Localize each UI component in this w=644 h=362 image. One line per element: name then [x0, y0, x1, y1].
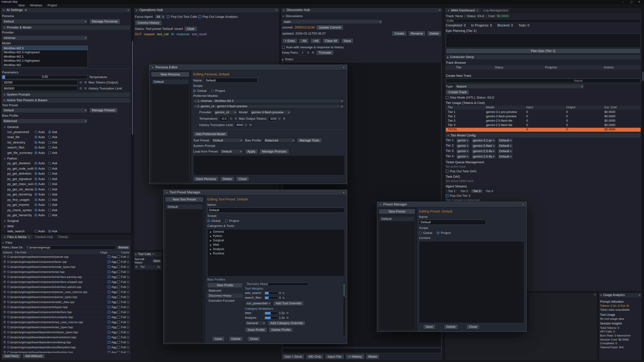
model-option[interactable]: MiniMax-M2.5 [2, 46, 88, 50]
provider-select[interactable]: gemini_cli [213, 110, 238, 115]
full-checkbox[interactable] [118, 321, 120, 324]
ask-radio[interactable] [48, 172, 51, 175]
history-limit-input[interactable]: 900000 [2, 86, 78, 91]
stream-tab[interactable]: Tier 3 [471, 189, 483, 193]
remove-file-button[interactable] [3, 285, 6, 289]
entry-button[interactable]: Clear All [322, 38, 340, 43]
ask-radio[interactable] [48, 136, 51, 139]
full-checkbox[interactable] [118, 316, 120, 319]
scope-project-radio[interactable] [225, 220, 228, 222]
remove-model-button[interactable] [340, 105, 344, 108]
ask-radio[interactable] [48, 198, 51, 201]
temperature-slider[interactable]: 0.00 [2, 75, 88, 79]
agg-checkbox[interactable] [108, 276, 110, 278]
pop-out-usage-checkbox[interactable] [198, 15, 201, 18]
persona-select[interactable]: Default [2, 19, 88, 24]
composer-button[interactable]: Reset [366, 354, 380, 359]
remove-file-button[interactable] [3, 295, 6, 299]
remove-file-button[interactable] [3, 270, 6, 274]
full-checkbox[interactable] [118, 255, 120, 258]
model-option[interactable]: MiniMax-M2.5-highspeed [2, 50, 88, 54]
full-checkbox[interactable] [118, 351, 120, 353]
delete-tool-preset-button[interactable]: Delete [228, 336, 243, 342]
browse-button[interactable]: Browse [116, 245, 130, 250]
truncate-button[interactable]: Truncate [316, 50, 334, 55]
full-checkbox[interactable] [118, 276, 120, 278]
tool-override-select[interactable]: run_powershell [245, 301, 272, 306]
category-tree-item[interactable]: Web [208, 243, 344, 247]
preferred-model-row[interactable]: 1. minimax - MiniMax-M2.5 [193, 99, 345, 103]
full-checkbox[interactable] [118, 296, 120, 298]
auto-radio[interactable] [34, 198, 37, 201]
drag-handle-icon[interactable] [194, 105, 196, 108]
auto-radio[interactable] [34, 188, 37, 191]
model-option[interactable]: MiniMax-M2.1 [2, 54, 88, 59]
close-icon[interactable] [438, 8, 441, 12]
full-checkbox[interactable] [118, 266, 120, 268]
add-tool-override-button[interactable]: Add Tool Override [273, 301, 304, 306]
agg-checkbox[interactable] [108, 260, 110, 263]
entry-button[interactable]: Save [341, 38, 354, 43]
tier-model-select[interactable]: gemini-2.5-flash-lite [471, 148, 496, 154]
tier-provider-select[interactable]: gemini [456, 138, 470, 143]
full-checkbox[interactable] [118, 336, 120, 339]
close-icon[interactable] [476, 8, 478, 12]
menu-item[interactable]: View [18, 4, 25, 8]
clear-status-button[interactable]: Clear [184, 26, 197, 31]
agg-checkbox[interactable] [108, 291, 110, 293]
tier-provider-select[interactable]: gemini [456, 148, 470, 154]
manage-personas-button[interactable]: Manage Personas [89, 19, 120, 24]
tool-preset-name-input[interactable]: Default [207, 208, 345, 213]
profile-list-item[interactable]: Execution-Focused [207, 299, 243, 303]
system-prompts-section[interactable]: System Prompts [2, 92, 130, 97]
profile-list-item[interactable]: Discovery-Heavy [207, 294, 243, 298]
profile-list-item[interactable]: Balanced [207, 289, 243, 293]
tab-context-hub[interactable]: Context Hub [33, 234, 55, 239]
full-checkbox[interactable] [118, 331, 120, 334]
ask-radio[interactable] [48, 141, 51, 144]
tier-provider-select[interactable]: gemini [456, 143, 470, 148]
preset-list-item[interactable]: Default [380, 217, 414, 221]
decrement-button[interactable]: - [79, 87, 82, 90]
agg-checkbox[interactable] [108, 301, 110, 303]
category-surgical[interactable]: Surgical [2, 219, 130, 223]
ask-radio[interactable] [48, 131, 51, 133]
tab-files-media[interactable]: Files & Media [1, 234, 32, 239]
ask-radio[interactable] [48, 214, 51, 217]
ask-radio[interactable] [48, 183, 51, 186]
ask-radio[interactable] [48, 151, 51, 154]
composer-button[interactable]: MD Only [306, 354, 324, 359]
ask-radio[interactable] [48, 204, 51, 206]
keep-pairs-input[interactable]: 2 [300, 50, 305, 55]
track-type-select[interactable]: feature [455, 84, 584, 89]
remove-file-button[interactable] [3, 255, 6, 258]
manage-prompts-button[interactable]: Manage Prompts [260, 149, 289, 154]
scope-project-radio[interactable] [437, 232, 440, 234]
multiplier-slider[interactable] [265, 312, 278, 315]
tool-preset-manager-titlebar[interactable]: Tool Preset Manager [164, 190, 347, 195]
save-tool-preset-button[interactable]: Save [212, 336, 224, 342]
full-checkbox[interactable] [118, 346, 120, 349]
agg-checkbox[interactable] [108, 266, 110, 268]
decrement-button[interactable]: - [278, 117, 281, 120]
auto-radio[interactable] [34, 151, 37, 154]
collapse-icon[interactable] [600, 293, 602, 297]
remove-file-button[interactable] [3, 321, 6, 324]
stream-tab[interactable]: Tier 1 [446, 189, 458, 193]
agg-checkbox[interactable] [108, 321, 110, 324]
tier-model-select[interactable]: gemini-3.1-pro-preview [471, 138, 496, 143]
pop-out-tool-calls-checkbox[interactable] [167, 15, 170, 18]
category-tree-item[interactable]: Analysis [208, 247, 344, 251]
collapse-icon[interactable] [283, 8, 285, 12]
maximize-icon[interactable] [628, 0, 634, 4]
provider-model-section[interactable]: Provider & Model [2, 25, 130, 30]
ask-radio[interactable] [48, 188, 51, 191]
full-checkbox[interactable] [118, 271, 120, 273]
update-commit-button[interactable]: Update Commit [316, 25, 344, 30]
message-input[interactable] [282, 348, 442, 353]
auto-radio[interactable] [34, 141, 37, 144]
full-checkbox[interactable] [118, 326, 120, 329]
scope-global-radio[interactable] [419, 232, 422, 234]
close-dialog-button[interactable]: Close [236, 176, 250, 182]
agg-checkbox[interactable] [108, 255, 110, 258]
